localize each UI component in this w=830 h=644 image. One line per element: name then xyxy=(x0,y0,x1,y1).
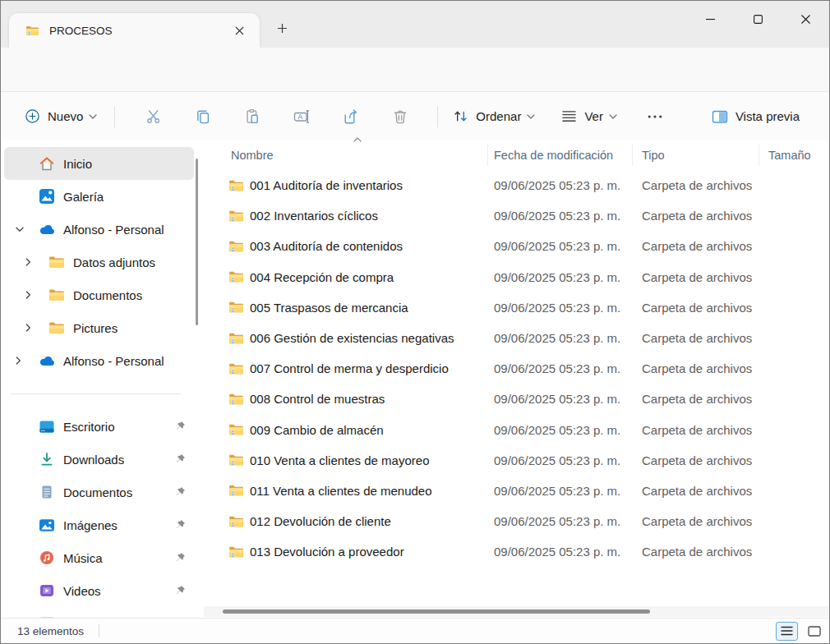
folder-type: Carpeta de archivos xyxy=(642,392,768,406)
onedrive-icon xyxy=(38,223,56,235)
table-row[interactable]: 002 Inventarios cíclicos 09/06/2025 05:2… xyxy=(204,200,829,231)
chevron-right-icon[interactable] xyxy=(25,324,48,332)
chevron-right-icon[interactable] xyxy=(16,356,38,365)
minimize-button[interactable] xyxy=(686,1,734,37)
sidebar-item-onedrive-personal[interactable]: Alfonso - Personal xyxy=(4,213,194,246)
sidebar-item-musica[interactable]: Música xyxy=(4,541,194,574)
folder-name: 003 Auditoría de contenidos xyxy=(250,239,403,253)
table-row[interactable]: 009 Cambio de almacén 09/06/2025 05:23 p… xyxy=(204,415,829,445)
delete-button[interactable] xyxy=(376,100,425,133)
download-icon xyxy=(38,452,56,467)
large-icons-view-button[interactable] xyxy=(803,622,825,641)
folder-name: 005 Traspasos de mercancia xyxy=(250,301,408,315)
folder-type: Carpeta de archivos xyxy=(642,239,768,253)
sidebar-item-label: Alfonso - Personal xyxy=(63,354,164,368)
column-header-name[interactable]: Nombre xyxy=(204,149,494,162)
sidebar-item-datos-adjuntos[interactable]: Datos adjuntos xyxy=(4,246,194,278)
folder-name: 010 Venta a clientes de mayoreo xyxy=(250,453,429,467)
sidebar-item-label: Inicio xyxy=(63,157,92,171)
details-view-button[interactable] xyxy=(776,622,798,641)
title-bar: PROCESOS xyxy=(1,1,829,48)
tab-close-icon[interactable] xyxy=(228,20,250,41)
paste-button[interactable] xyxy=(228,100,277,133)
column-separator[interactable] xyxy=(632,145,633,166)
table-row[interactable]: 010 Venta a clientes de mayoreo 09/06/20… xyxy=(204,445,829,476)
rename-button[interactable]: A xyxy=(277,100,326,133)
column-separator[interactable] xyxy=(487,145,488,166)
folder-type: Carpeta de archivos xyxy=(642,361,768,375)
sidebar-item-gallery[interactable]: Galería xyxy=(4,180,194,213)
sidebar-item-pictures[interactable]: Pictures xyxy=(4,311,194,344)
view-button[interactable]: Ver xyxy=(554,104,625,129)
navigation-bar: PROCESOS xyxy=(1,48,829,91)
chevron-down-icon[interactable] xyxy=(16,227,38,232)
video-icon xyxy=(38,583,56,598)
pin-icon xyxy=(175,486,186,497)
explorer-tab[interactable]: PROCESOS xyxy=(9,13,260,48)
horizontal-scrollbar-thumb[interactable] xyxy=(223,610,650,614)
navigation-pane: Inicio Galería Alfonso - Personal xyxy=(1,140,204,619)
status-bar: 13 elementos xyxy=(1,618,829,643)
sidebar-item-documentos-pinned[interactable]: Documentos xyxy=(4,476,194,508)
folder-type: Carpeta de archivos xyxy=(642,209,768,223)
table-row[interactable]: 007 Control de merma y desperdicio 09/06… xyxy=(204,353,829,384)
sidebar-item-downloads[interactable]: Downloads xyxy=(4,443,194,476)
sidebar-scrollbar[interactable] xyxy=(196,159,198,325)
item-count: 13 elementos xyxy=(17,625,84,637)
column-header-date[interactable]: Fecha de modificación xyxy=(494,149,642,162)
paste-icon xyxy=(244,108,261,125)
sidebar-item-label: Música xyxy=(63,551,103,565)
preview-button[interactable]: Vista previa xyxy=(704,104,813,130)
sort-button[interactable]: Ordenar xyxy=(445,103,542,130)
column-header-type[interactable]: Tipo xyxy=(642,149,768,162)
sidebar-item-documentos-onedrive[interactable]: Documentos xyxy=(4,278,194,311)
table-row[interactable]: 003 Auditoría de contenidos 09/06/2025 0… xyxy=(204,231,829,261)
sidebar-item-label: Datos adjuntos xyxy=(73,255,155,269)
scissors-icon xyxy=(145,108,162,124)
sort-button-label: Ordenar xyxy=(476,109,521,123)
more-options-button[interactable] xyxy=(636,100,674,133)
gallery-icon xyxy=(38,188,56,205)
folder-date: 09/06/2025 05:23 p. m. xyxy=(494,453,642,467)
chevron-right-icon[interactable] xyxy=(25,291,48,299)
cut-button[interactable] xyxy=(129,100,178,133)
table-row[interactable]: 011 Venta a clientes de menudeo 09/06/20… xyxy=(204,476,829,506)
table-row[interactable]: 012 Devolución de cliente 09/06/2025 05:… xyxy=(204,506,829,536)
table-row[interactable]: 006 Gestión de existencias negativas 09/… xyxy=(204,323,829,353)
sidebar-item-videos[interactable]: Videos xyxy=(4,574,194,607)
toolbar-divider xyxy=(437,106,438,127)
close-button[interactable] xyxy=(782,1,829,37)
sidebar-item-imagenes[interactable]: Imágenes xyxy=(4,508,194,541)
sidebar-item-label: Escritorio xyxy=(63,420,115,434)
maximize-button[interactable] xyxy=(734,1,782,37)
tab-title: PROCESOS xyxy=(49,25,228,37)
table-row[interactable]: 001 Auditoría de inventarios 09/06/2025 … xyxy=(204,170,829,200)
shared-folder-icon xyxy=(228,301,244,314)
folder-name: 007 Control de merma y desperdicio xyxy=(250,361,449,375)
sidebar-item-home[interactable]: Inicio xyxy=(4,147,194,180)
table-row[interactable]: 013 Devolución a proveedor 09/06/2025 05… xyxy=(204,536,829,567)
horizontal-scrollbar[interactable] xyxy=(204,606,829,617)
table-row[interactable]: 005 Traspasos de mercancia 09/06/2025 05… xyxy=(204,292,829,323)
sidebar-item-clipped[interactable] xyxy=(4,607,194,619)
table-row[interactable]: 004 Recepción de compra 09/06/2025 05:23… xyxy=(204,262,829,292)
chevron-right-icon[interactable] xyxy=(25,258,48,266)
copy-button[interactable] xyxy=(178,100,228,133)
new-tab-button[interactable] xyxy=(270,17,293,39)
column-separator[interactable] xyxy=(759,145,759,166)
folder-date: 09/06/2025 05:23 p. m. xyxy=(494,484,642,498)
sidebar-item-desktop[interactable]: Escritorio xyxy=(4,410,194,443)
column-header-size[interactable]: Tamaño xyxy=(768,149,829,162)
details-view-icon xyxy=(781,626,793,636)
folder-type: Carpeta de archivos xyxy=(642,270,768,284)
folder-date: 09/06/2025 05:23 p. m. xyxy=(494,270,642,284)
sidebar-item-onedrive-personal-2[interactable]: Alfonso - Personal xyxy=(4,344,194,377)
share-button[interactable] xyxy=(326,100,376,133)
folder-name: 009 Cambio de almacén xyxy=(250,423,384,437)
new-button[interactable]: Nuevo xyxy=(17,103,104,130)
shared-folder-icon xyxy=(228,393,244,406)
folder-date: 09/06/2025 05:23 p. m. xyxy=(494,209,642,223)
table-row[interactable]: 008 Control de muestras 09/06/2025 05:23… xyxy=(204,384,829,414)
shared-folder-icon xyxy=(228,362,244,375)
onedrive-icon xyxy=(38,355,56,366)
